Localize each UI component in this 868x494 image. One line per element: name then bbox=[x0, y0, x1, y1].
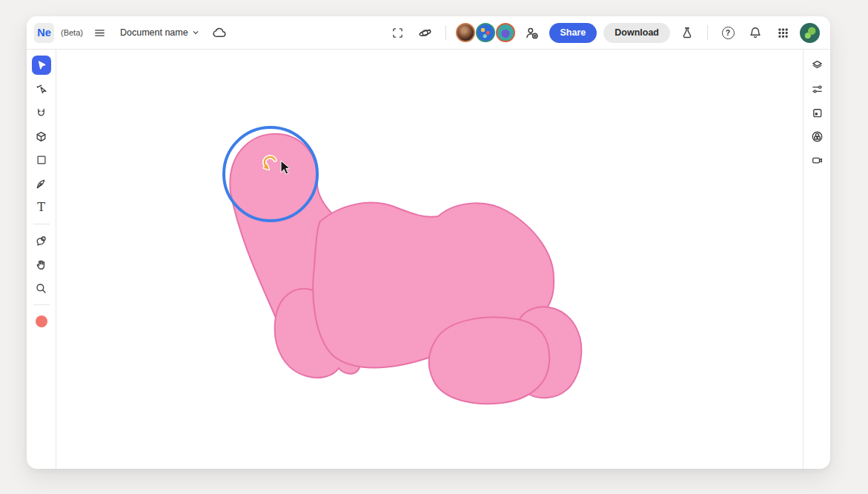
hand-icon bbox=[35, 258, 47, 271]
main-area: T bbox=[27, 50, 830, 469]
beaker-icon bbox=[680, 26, 694, 39]
pages-icon bbox=[811, 107, 824, 119]
apps-grid-icon bbox=[777, 27, 789, 39]
apps-grid-button[interactable] bbox=[772, 22, 793, 43]
collaborator-avatar-1[interactable] bbox=[456, 23, 475, 42]
blob-creature[interactable] bbox=[230, 134, 581, 404]
toolbar: T bbox=[27, 50, 56, 469]
properties-panel-button[interactable] bbox=[807, 79, 826, 99]
panel-rail bbox=[803, 50, 830, 469]
camera-panel-button[interactable] bbox=[807, 150, 826, 170]
share-button[interactable]: Share bbox=[549, 23, 597, 43]
canvas-artwork[interactable] bbox=[56, 50, 803, 469]
divider bbox=[707, 25, 708, 40]
orbit-3d-icon bbox=[418, 26, 432, 40]
layers-icon bbox=[811, 59, 824, 72]
magnet-tool[interactable] bbox=[32, 103, 51, 122]
text-tool-icon: T bbox=[37, 201, 45, 213]
document-name-button[interactable]: Document name bbox=[117, 26, 202, 39]
color-swatch-button[interactable] bbox=[32, 312, 51, 331]
document-name: Document name bbox=[120, 27, 188, 38]
direct-select-icon bbox=[35, 83, 47, 96]
comment-icon bbox=[35, 235, 47, 247]
magnifier-icon bbox=[35, 282, 47, 295]
top-bar-left: Ne (Beta) Document name bbox=[34, 22, 230, 43]
collaborator-avatars bbox=[456, 23, 515, 42]
cube-3d-tool[interactable] bbox=[32, 127, 51, 146]
blend-color-panel-button[interactable] bbox=[807, 127, 826, 146]
camera-icon bbox=[811, 154, 824, 167]
cloud-sync-button[interactable] bbox=[209, 22, 230, 43]
layers-panel-button[interactable] bbox=[807, 56, 826, 75]
fullscreen-frame-icon bbox=[391, 27, 404, 39]
help-icon: ? bbox=[722, 27, 735, 39]
toolbar-divider bbox=[33, 224, 50, 224]
collaborator-avatar-3[interactable] bbox=[496, 23, 515, 42]
pages-panel-button[interactable] bbox=[807, 103, 826, 122]
text-tool[interactable]: T bbox=[32, 198, 51, 217]
pen-tool[interactable] bbox=[32, 174, 51, 193]
collaborator-avatar-2[interactable] bbox=[476, 23, 495, 42]
blend-color-icon bbox=[811, 130, 824, 143]
download-button[interactable]: Download bbox=[603, 23, 670, 43]
add-person-icon bbox=[525, 26, 539, 40]
canvas[interactable] bbox=[56, 50, 803, 469]
top-bar: Ne (Beta) Document name bbox=[27, 16, 830, 50]
top-bar-right: Share Download ? bbox=[388, 22, 820, 43]
select-tool[interactable] bbox=[32, 56, 51, 75]
experiments-button[interactable] bbox=[677, 22, 698, 43]
beta-label: (Beta) bbox=[61, 28, 83, 37]
comment-tool[interactable] bbox=[32, 231, 51, 250]
direct-select-tool[interactable] bbox=[32, 79, 51, 99]
bell-icon bbox=[749, 26, 762, 39]
add-collaborator-button[interactable] bbox=[522, 22, 543, 43]
chevron-down-icon bbox=[192, 29, 199, 36]
app-logo[interactable]: Ne bbox=[34, 23, 54, 43]
select-cursor-icon bbox=[36, 59, 47, 71]
rectangle-tool[interactable] bbox=[32, 150, 51, 170]
help-glyph: ? bbox=[726, 28, 730, 37]
app-logo-text: Ne bbox=[37, 27, 51, 39]
magnet-icon bbox=[35, 107, 47, 119]
toolbar-divider bbox=[33, 304, 50, 305]
app-window: Ne (Beta) Document name bbox=[27, 16, 830, 469]
cube-icon bbox=[35, 130, 47, 143]
cloud-icon bbox=[212, 26, 226, 40]
orbit-3d-button[interactable] bbox=[415, 22, 436, 43]
menu-button[interactable] bbox=[90, 22, 110, 43]
sliders-icon bbox=[811, 83, 824, 96]
hand-tool[interactable] bbox=[32, 255, 51, 274]
divider bbox=[445, 25, 446, 40]
rectangle-icon bbox=[36, 154, 47, 166]
fullscreen-frame-button[interactable] bbox=[388, 22, 408, 43]
help-button[interactable]: ? bbox=[718, 22, 738, 43]
hamburger-icon bbox=[93, 27, 106, 39]
blob-rear-leg-near[interactable] bbox=[429, 317, 550, 404]
notifications-button[interactable] bbox=[745, 22, 766, 43]
color-swatch-icon bbox=[35, 315, 48, 328]
pen-icon bbox=[35, 178, 47, 190]
zoom-tool[interactable] bbox=[32, 278, 51, 298]
account-avatar[interactable] bbox=[800, 23, 820, 43]
